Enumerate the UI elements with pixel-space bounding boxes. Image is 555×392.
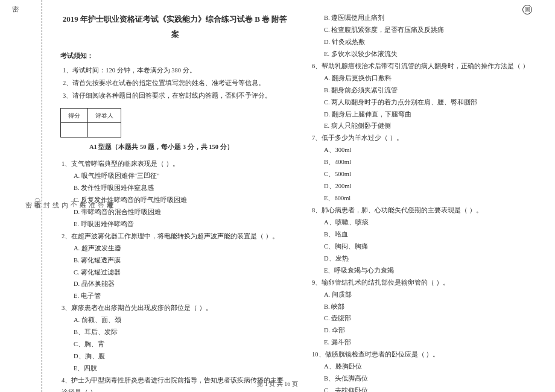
q8-a: A、咳嗽、咳痰 (311, 217, 540, 229)
seal-char: 密 (11, 0, 20, 392)
section-a1-title: A1 型题（本题共 50 题，每小题 3 分，共 150 分） (89, 141, 290, 153)
q5-d: D. 针灸或热敷 (311, 36, 540, 48)
q8-d: D、发热 (311, 253, 540, 265)
q6-b: B. 翻身前必须夹紧引流管 (311, 84, 540, 96)
q6-c: C. 两人助翻身时手的着力点分别在肩、腰、臀和腘部 (311, 96, 540, 109)
q9: 9、输卵管结扎术的结扎部位是输卵管的（ ）。 (311, 277, 540, 289)
q10-b: B、头低脚高位 (311, 373, 540, 385)
q8-e: E、呼吸衰竭与心力衰竭 (311, 265, 540, 277)
q5-e: E. 多饮水以较少体液流失 (311, 48, 540, 60)
q8-b: B、咯血 (311, 229, 540, 241)
q6: 6、帮助乳腺癌根治术后带有引流管的病人翻身时，正确的操作方法是（ ） (311, 60, 540, 72)
binding-margin: 密 准考证号 答 准 姓名 不 内 线 封 省（市区） 密 (0, 0, 42, 392)
q7-a: A、300ml (311, 144, 540, 156)
q5-b: B. 遵医嘱使用止痛剂 (311, 12, 540, 24)
q8-c: C、胸闷、胸痛 (311, 241, 540, 253)
q10-c: C、去枕仰卧位 (311, 385, 540, 392)
q9-a: A. 间质部 (311, 289, 540, 301)
page-footer: 第 1 页 共 16 页 (257, 380, 298, 388)
q7-d: D、200ml (311, 180, 540, 192)
q7-b: B、400ml (311, 156, 540, 168)
binding-form-fields: 准考证号 答 准 姓名 不 内 线 封 省（市区） 密 (24, 0, 115, 392)
corner-mark: 圖 (522, 5, 532, 14)
q7-e: E、600ml (311, 192, 540, 204)
q9-d: D. 伞部 (311, 324, 540, 337)
q6-d: D. 翻身后上腿伸直，下腿弯曲 (311, 109, 540, 121)
content-area: 2019 年护士职业资格证考试《实践能力》综合练习试卷 B 卷 附答案 考试须知… (42, 0, 555, 392)
q7-c: C、500ml (311, 168, 540, 180)
binding-seal-text: 密 (11, 0, 20, 392)
q5-c: C. 检查腹肌紧张度，是否有压痛及反跳痛 (311, 24, 540, 36)
q9-b: B. 峡部 (311, 301, 540, 313)
q9-c: C. 壶腹部 (311, 312, 540, 324)
q10-a: A、膝胸卧位 (311, 361, 540, 373)
page: 密 准考证号 答 准 姓名 不 内 线 封 省（市区） 密 2019 年护士职业… (0, 0, 555, 392)
q9-e: E. 漏斗部 (311, 337, 540, 349)
q7: 7、低于多少为羊水过少（ ）。 (311, 132, 540, 144)
q6-e: E. 病人只能侧卧于健侧 (311, 120, 540, 132)
q8: 8、肺心病患者，肺、心功能失代偿期的主要表现是（ ）。 (311, 204, 540, 217)
q10: 10、做膀胱镜检查时患者的卧位应是（ ）。 (311, 349, 540, 361)
q6-a: A. 翻身后更换伤口敷料 (311, 72, 540, 84)
column-right: B. 遵医嘱使用止痛剂 C. 检查腹肌紧张度，是否有压痛及反跳痛 D. 针灸或热… (311, 12, 540, 392)
